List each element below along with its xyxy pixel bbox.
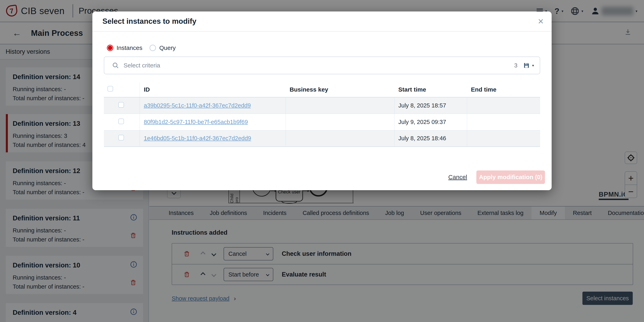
end-time-cell: [467, 114, 540, 130]
table-header-row: ID Business key Start time End time: [104, 82, 540, 97]
apply-modification-button[interactable]: Apply modification (0): [476, 170, 545, 184]
select-instances-modal: Select instances to modify × Instances Q…: [92, 12, 552, 190]
start-time-cell: July 8, 2025 18:46: [394, 130, 467, 147]
close-icon[interactable]: ×: [538, 16, 544, 26]
row-checkbox[interactable]: [118, 102, 124, 108]
criteria-search-bar: 3 ▼: [104, 56, 540, 74]
col-header-end-time: End time: [467, 82, 540, 97]
business-key-cell: [286, 130, 394, 147]
table-row: a39b0295-5c1c-11f0-a42f-367ec7d2edd9 Jul…: [104, 97, 540, 114]
radio-query-label: Query: [159, 44, 176, 51]
save-icon: [523, 62, 530, 69]
business-key-cell: [286, 114, 394, 130]
radio-instances[interactable]: [107, 45, 113, 51]
save-criteria-button[interactable]: ▼: [523, 62, 534, 69]
app-root: 7 CIB seven Processes ▼ ? ▼ ▼: [0, 0, 644, 322]
row-checkbox[interactable]: [118, 135, 124, 140]
modal-footer: Cancel Apply modification (0): [92, 170, 552, 184]
mode-radio-group: Instances Query: [107, 44, 540, 51]
result-count: 3: [514, 62, 518, 69]
radio-instances-label: Instances: [116, 44, 142, 51]
start-time-cell: July 9, 2025 09:37: [394, 114, 467, 130]
select-all-checkbox[interactable]: [108, 86, 113, 92]
modal-title: Select instances to modify: [102, 17, 196, 26]
table-row: 80f9b1d2-5c97-11f0-be7f-e65acb1b9f69 Jul…: [104, 114, 540, 130]
search-icon: [112, 62, 119, 69]
col-header-start-time: Start time: [394, 82, 467, 97]
end-time-cell: [467, 130, 540, 147]
radio-option-query[interactable]: Query: [150, 44, 176, 51]
col-header-business-key: Business key: [286, 82, 394, 97]
col-header-id: ID: [140, 82, 286, 97]
end-time-cell: [467, 97, 540, 114]
business-key-cell: [286, 97, 394, 114]
instances-table: ID Business key Start time End time a39b…: [104, 82, 540, 147]
radio-query[interactable]: [150, 45, 156, 51]
instance-id-link[interactable]: 80f9b1d2-5c97-11f0-be7f-e65acb1b9f69: [144, 119, 248, 125]
radio-option-instances[interactable]: Instances: [107, 44, 142, 51]
cancel-link[interactable]: Cancel: [448, 174, 467, 180]
instance-id-link[interactable]: a39b0295-5c1c-11f0-a42f-367ec7d2edd9: [144, 102, 251, 109]
table-row: 1e46bd05-5c1b-11f0-a42f-367ec7d2edd9 Jul…: [104, 130, 540, 147]
start-time-cell: July 8, 2025 18:57: [394, 97, 467, 114]
instance-id-link[interactable]: 1e46bd05-5c1b-11f0-a42f-367ec7d2edd9: [144, 135, 251, 142]
modal-body: Instances Query 3 ▼: [92, 44, 552, 147]
search-input[interactable]: [124, 62, 514, 69]
row-checkbox[interactable]: [118, 118, 124, 124]
chevron-down-icon: ▼: [532, 64, 534, 67]
modal-header: Select instances to modify ×: [92, 12, 552, 32]
